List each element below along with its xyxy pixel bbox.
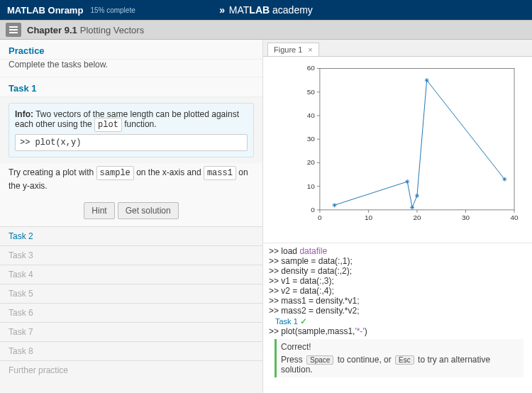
- task-item-6[interactable]: Task 6: [0, 303, 262, 322]
- chapter-number: Chapter 9.1: [27, 25, 77, 35]
- task-item-7[interactable]: Task 7: [0, 322, 262, 341]
- svg-text:20: 20: [307, 158, 316, 166]
- svg-text:50: 50: [307, 88, 316, 96]
- figure-tab[interactable]: Figure 1 ×: [267, 43, 319, 56]
- figure-tab-label: Figure 1: [274, 45, 302, 54]
- hint-button[interactable]: Hint: [84, 202, 114, 219]
- task-item-5[interactable]: Task 5: [0, 284, 262, 303]
- instr-code-mass1: mass1: [204, 166, 236, 180]
- solution-button[interactable]: Get solution: [118, 202, 179, 219]
- hamburger-icon[interactable]: [6, 23, 21, 37]
- practice-heading: Practice: [0, 40, 262, 60]
- product-name: MATLAB Onramp: [7, 5, 83, 16]
- practice-subheading: Complete the tasks below.: [0, 60, 262, 77]
- close-icon[interactable]: ×: [308, 45, 312, 54]
- task-item-further[interactable]: Further practice: [0, 360, 262, 380]
- svg-text:0: 0: [318, 214, 322, 221]
- task1-heading[interactable]: Task 1: [0, 77, 262, 97]
- chevron-icon: »: [219, 4, 223, 16]
- svg-text:10: 10: [365, 214, 373, 221]
- svg-rect-0: [320, 68, 514, 209]
- right-panel: Figure 1 × 0102030405060010203040: [262, 40, 532, 393]
- progress-text: 15% complete: [90, 6, 135, 14]
- task-instruction: Try creating a plot with sample on the x…: [0, 163, 262, 198]
- svg-text:60: 60: [307, 64, 316, 72]
- task-item-3[interactable]: Task 3: [0, 245, 262, 265]
- left-panel: Practice Complete the tasks below. Task …: [0, 40, 262, 393]
- plot-area: 0102030405060010203040: [263, 57, 532, 243]
- svg-text:40: 40: [510, 214, 519, 221]
- terminal[interactable]: >> load datafile>> sample = data(:,1);>>…: [263, 243, 532, 393]
- instr-code-sample: sample: [96, 166, 134, 180]
- svg-text:30: 30: [307, 135, 316, 143]
- info-box: Info: Two vectors of the same length can…: [9, 103, 254, 157]
- task-item-8[interactable]: Task 8: [0, 341, 262, 360]
- info-text-2: function.: [124, 119, 156, 129]
- code-example: >> plot(x,y): [15, 134, 248, 151]
- info-label: Info:: [15, 109, 33, 119]
- svg-text:30: 30: [462, 214, 470, 221]
- info-inline-code: plot: [94, 118, 122, 132]
- svg-text:0: 0: [311, 206, 315, 214]
- top-bar: MATLAB Onramp 15% complete » MATLAB acad…: [0, 0, 532, 20]
- chapter-bar: Chapter 9.1 Plotting Vectors: [0, 20, 532, 40]
- task-item-2[interactable]: Task 2: [0, 226, 262, 245]
- svg-text:20: 20: [413, 214, 421, 221]
- svg-text:40: 40: [307, 111, 316, 119]
- figure-tabbar: Figure 1 ×: [263, 40, 532, 57]
- plot-svg: 0102030405060010203040: [295, 64, 521, 225]
- chapter-title: Plotting Vectors: [80, 25, 144, 35]
- svg-text:10: 10: [307, 182, 316, 190]
- task-item-4[interactable]: Task 4: [0, 265, 262, 284]
- button-row: Hint Get solution: [0, 198, 262, 226]
